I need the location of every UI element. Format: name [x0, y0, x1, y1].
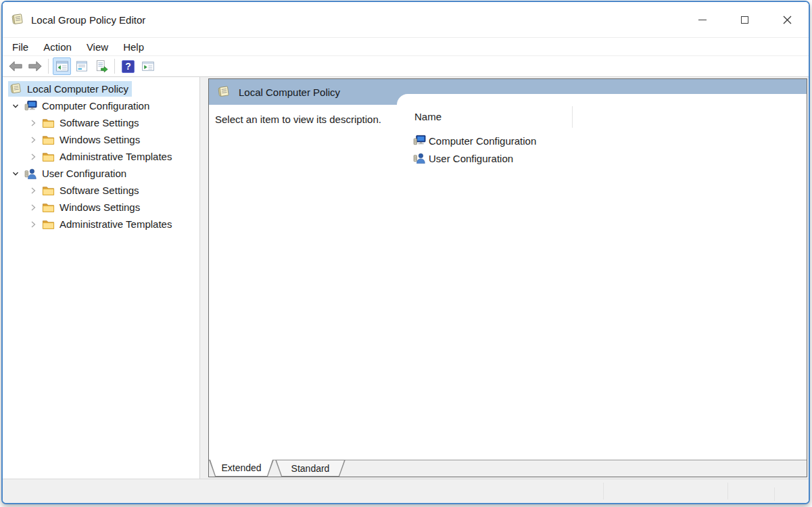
chevron-right-icon[interactable]	[26, 136, 41, 144]
tree-item-body: Windows Settings	[41, 200, 143, 214]
tree-item-label: Administrative Templates	[59, 151, 172, 162]
user-icon	[413, 152, 427, 164]
menu-file[interactable]: File	[5, 38, 36, 55]
export-list-icon	[95, 59, 108, 73]
window-title: Local Group Policy Editor	[31, 14, 145, 26]
tree-item-software-settings-user[interactable]: Software Settings	[3, 182, 199, 199]
tab-standard[interactable]: Standard	[275, 460, 345, 477]
close-button[interactable]	[766, 2, 809, 37]
chevron-right-icon[interactable]	[26, 153, 41, 161]
column-header-name[interactable]: Name	[397, 111, 441, 122]
gpo-scroll-icon	[9, 82, 23, 95]
folder-icon	[42, 135, 55, 145]
tab-extended[interactable]: Extended	[209, 460, 274, 477]
tree-item-body: Windows Settings	[41, 132, 143, 147]
close-icon	[783, 16, 792, 24]
show-new-window-button[interactable]	[139, 57, 157, 75]
tree-item-software-settings-computer[interactable]: Software Settings	[3, 114, 199, 131]
window-controls	[681, 2, 809, 37]
tree-item-label: Local Computer Policy	[27, 83, 128, 95]
forward-button[interactable]	[26, 57, 44, 75]
status-separator	[727, 483, 728, 500]
chevron-down-icon[interactable]	[8, 103, 23, 110]
tree-item-label: Computer Configuration	[42, 100, 149, 112]
tree-item-label: Software Settings	[59, 117, 139, 128]
list-item-label: Computer Configuration	[429, 135, 536, 147]
gpo-scroll-icon	[217, 85, 231, 99]
chevron-right-icon[interactable]	[26, 187, 41, 195]
tree-item-label: Administrative Templates	[59, 218, 172, 230]
tree-item-administrative-templates-computer[interactable]: Administrative Templates	[3, 148, 199, 165]
description-text: Select an item to view its description.	[215, 114, 381, 125]
computer-icon	[24, 100, 38, 112]
menu-action[interactable]: Action	[36, 38, 79, 55]
tree-item-label: Windows Settings	[59, 134, 140, 145]
minimize-icon	[698, 20, 707, 20]
help-button[interactable]: ?	[119, 57, 137, 75]
toolbar-separator	[114, 59, 115, 74]
back-button[interactable]	[6, 57, 24, 75]
tree-item-administrative-templates-user[interactable]: Administrative Templates	[3, 216, 199, 233]
results-content: Select an item to view its description. …	[209, 105, 807, 460]
folder-icon	[42, 118, 55, 128]
export-list-button[interactable]	[92, 57, 110, 75]
chevron-right-icon[interactable]	[26, 220, 41, 228]
description-pane: Select an item to view its description.	[209, 105, 397, 460]
tree-item-body: Computer Configuration	[23, 99, 153, 114]
title-bar: Local Group Policy Editor	[3, 2, 809, 37]
help-icon: ?	[122, 60, 135, 73]
list-item-label: User Configuration	[429, 153, 513, 164]
toolbar: ?	[3, 55, 809, 77]
tree-item-windows-settings-user[interactable]: Windows Settings	[3, 199, 199, 216]
minimize-button[interactable]	[681, 2, 723, 37]
show-console-tree-button[interactable]	[53, 57, 71, 75]
tree-item-windows-settings-computer[interactable]: Windows Settings	[3, 131, 199, 148]
tree-item-user-configuration[interactable]: User Configuration	[3, 165, 199, 182]
console-tree-panel: Local Computer Policy Computer Configura…	[3, 77, 200, 479]
back-arrow-icon	[8, 60, 23, 72]
toolbar-separator	[48, 59, 49, 74]
tree-item-label: Windows Settings	[59, 201, 140, 213]
gpo-scroll-icon	[11, 13, 24, 26]
tree-item-body: User Configuration	[23, 166, 130, 181]
chevron-right-icon[interactable]	[26, 119, 41, 127]
column-separator[interactable]	[572, 106, 573, 128]
results-panel-title: Local Computer Policy	[239, 87, 340, 98]
menu-bar: File Action View Help	[3, 37, 809, 55]
status-bar	[3, 479, 809, 503]
results-panel-header: Local Computer Policy	[209, 79, 807, 105]
chevron-right-icon[interactable]	[26, 203, 41, 212]
new-window-icon	[141, 59, 155, 73]
properties-button[interactable]	[72, 57, 91, 75]
tree-item-body: Administrative Templates	[41, 149, 175, 164]
computer-icon	[413, 135, 427, 147]
tree-item-body: Administrative Templates	[41, 217, 175, 231]
status-separator	[603, 483, 604, 500]
maximize-button[interactable]	[723, 2, 766, 37]
maximize-icon	[741, 16, 748, 24]
chevron-down-icon[interactable]	[8, 170, 23, 177]
tree-item-computer-configuration[interactable]: Computer Configuration	[3, 97, 199, 114]
tree-item-label: Software Settings	[59, 185, 139, 196]
results-panel: Local Computer Policy Select an item to …	[208, 78, 807, 477]
item-list-pane: Name Computer Configuration	[397, 105, 807, 460]
tab-label: Standard	[275, 460, 345, 476]
tab-label: Extended	[209, 460, 274, 476]
menu-help[interactable]: Help	[116, 38, 151, 55]
list-items: Computer Configuration User Configuratio…	[397, 128, 807, 167]
tree-item-label: User Configuration	[42, 168, 126, 179]
list-item-computer-configuration[interactable]: Computer Configuration	[397, 132, 807, 149]
folder-icon	[42, 151, 55, 162]
tree-item-local-computer-policy[interactable]: Local Computer Policy	[3, 80, 199, 97]
view-tab-strip: Extended Standard	[209, 460, 807, 477]
local-group-policy-editor-window: Local Group Policy Editor File Action Vi…	[1, 1, 810, 504]
tree-selection-highlight: Local Computer Policy	[8, 81, 132, 97]
list-column-header-row: Name	[397, 105, 807, 128]
main-area: Local Computer Policy Computer Configura…	[3, 77, 809, 479]
folder-icon	[42, 185, 55, 196]
menu-view[interactable]: View	[79, 38, 116, 55]
list-item-user-configuration[interactable]: User Configuration	[397, 149, 807, 167]
resize-grip[interactable]	[774, 487, 775, 501]
panel-gap	[200, 77, 208, 479]
folder-icon	[42, 202, 55, 213]
